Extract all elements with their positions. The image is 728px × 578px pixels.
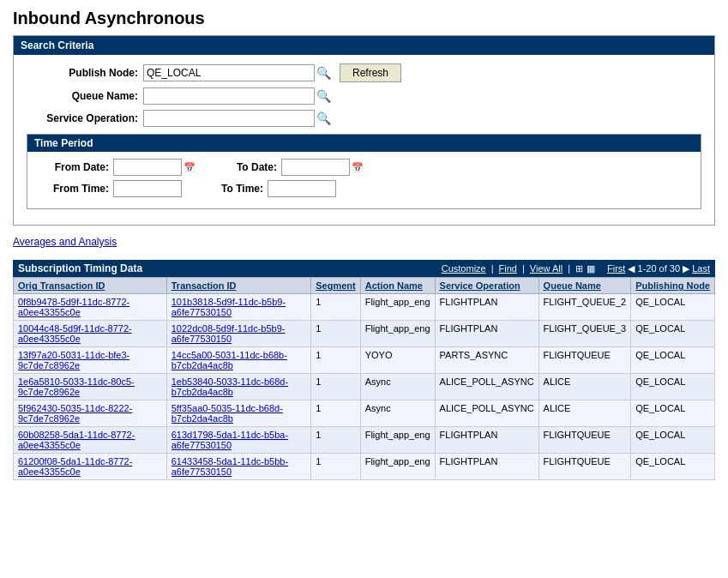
col-action-name: Action Name bbox=[360, 278, 435, 294]
subscription-data-table: Orig Transaction ID Transaction ID Segme… bbox=[13, 277, 715, 480]
queue-name-search-icon[interactable]: 🔍 bbox=[316, 89, 331, 103]
service-operation-input[interactable] bbox=[143, 110, 315, 127]
orig-tx-link[interactable]: 5f962430-5035-11dc-8222-9c7de7c8962e bbox=[18, 403, 132, 424]
cell-queue-name: FLIGHT_QUEUE_2 bbox=[538, 294, 631, 321]
publish-node-label: Publish Node: bbox=[27, 67, 138, 79]
to-date-input[interactable] bbox=[281, 159, 350, 176]
cell-tx-id: 14cc5a00-5031-11dc-b68b-b7cb2da4ac8b bbox=[166, 347, 310, 374]
service-operation-search-icon[interactable]: 🔍 bbox=[316, 111, 331, 125]
publish-node-row: Publish Node: 🔍 Refresh bbox=[27, 63, 701, 82]
cell-service-operation: ALICE_POLL_ASYNC bbox=[435, 400, 538, 427]
cell-orig-tx-id: 10044c48-5d9f-11dc-8772-a0ee43355c0e bbox=[14, 321, 167, 347]
cell-service-operation: ALICE_POLL_ASYNC bbox=[435, 374, 538, 400]
cell-tx-id: 613d1798-5da1-11dc-b5ba-a6fe77530150 bbox=[166, 427, 310, 454]
table-header-bar: Subscription Timing Data Customize | Fin… bbox=[13, 260, 715, 277]
last-link[interactable]: Last bbox=[692, 263, 710, 274]
orig-tx-link[interactable]: 1e6a5810-5033-11dc-80c5-9c7de7c8962e bbox=[18, 376, 135, 397]
col-publishing-node-link[interactable]: Publishing Node bbox=[635, 280, 710, 291]
queue-name-row: Queue Name: 🔍 bbox=[27, 87, 701, 105]
customize-link[interactable]: Customize bbox=[442, 263, 486, 274]
col-action-name-link[interactable]: Action Name bbox=[365, 280, 423, 291]
col-queue-name: Queue Name bbox=[538, 278, 631, 294]
cell-tx-id: 61433458-5da1-11dc-b5bb-a6fe77530150 bbox=[166, 454, 310, 480]
service-operation-row: Service Operation: 🔍 bbox=[27, 110, 701, 127]
view-all-link[interactable]: View All bbox=[530, 263, 563, 274]
table-row: 5f962430-5035-11dc-8222-9c7de7c8962e 5ff… bbox=[14, 400, 715, 427]
averages-and-analysis-link[interactable]: Averages and Analysis bbox=[13, 236, 117, 248]
cell-action-name: Flight_app_eng bbox=[360, 454, 435, 480]
cell-publishing-node: QE_LOCAL bbox=[631, 321, 715, 347]
orig-tx-link[interactable]: 61200f08-5da1-11dc-8772-a0ee43355c0e bbox=[18, 456, 132, 477]
find-link[interactable]: Find bbox=[499, 263, 517, 274]
tx-link[interactable]: 613d1798-5da1-11dc-b5ba-a6fe77530150 bbox=[171, 430, 288, 450]
cell-action-name: Flight_app_eng bbox=[360, 321, 435, 347]
col-transaction-id-link[interactable]: Transaction ID bbox=[171, 280, 237, 291]
cell-segment: 1 bbox=[311, 294, 360, 321]
tx-link[interactable]: 5ff35aa0-5035-11dc-b68d-b7cb2da4ac8b bbox=[171, 403, 283, 424]
cell-orig-tx-id: 1e6a5810-5033-11dc-80c5-9c7de7c8962e bbox=[14, 374, 167, 400]
cell-action-name: YOYO bbox=[360, 347, 435, 374]
cell-service-operation: FLIGHTPLAN bbox=[435, 321, 538, 347]
tx-link[interactable]: 14cc5a00-5031-11dc-b68b-b7cb2da4ac8b bbox=[171, 350, 287, 370]
queue-name-label: Queue Name: bbox=[27, 90, 138, 102]
page-title: Inbound Asynchronous bbox=[13, 9, 715, 28]
publish-node-search-icon[interactable]: 🔍 bbox=[316, 66, 331, 80]
cell-tx-id: 5ff35aa0-5035-11dc-b68d-b7cb2da4ac8b bbox=[166, 400, 310, 427]
col-service-operation: Service Operation bbox=[435, 278, 538, 294]
chart-icon: ▦ bbox=[587, 263, 595, 274]
search-criteria-box: Search Criteria Publish Node: 🔍 Refresh … bbox=[13, 35, 715, 226]
cell-segment: 1 bbox=[311, 454, 360, 480]
col-transaction-id: Transaction ID bbox=[166, 278, 310, 294]
from-date-calendar-icon[interactable]: 📅 bbox=[184, 162, 196, 173]
col-segment: Segment bbox=[311, 278, 360, 294]
col-service-operation-link[interactable]: Service Operation bbox=[440, 280, 520, 291]
table-row: 13f97a20-5031-11dc-bfe3-9c7de7c8962e 14c… bbox=[14, 347, 715, 374]
from-time-input[interactable] bbox=[113, 180, 182, 197]
cell-queue-name: ALICE bbox=[538, 400, 631, 427]
first-link[interactable]: First bbox=[607, 263, 625, 274]
time-row: From Time: To Time: bbox=[40, 180, 688, 197]
to-time-input[interactable] bbox=[268, 180, 336, 197]
cell-publishing-node: QE_LOCAL bbox=[631, 400, 715, 427]
col-segment-link[interactable]: Segment bbox=[316, 280, 355, 291]
publish-node-input[interactable] bbox=[143, 64, 315, 81]
search-criteria-header: Search Criteria bbox=[14, 36, 714, 55]
cell-publishing-node: QE_LOCAL bbox=[631, 454, 715, 480]
tx-link[interactable]: 101b3818-5d9f-11dc-b5b9-a6fe77530150 bbox=[171, 297, 286, 317]
cell-orig-tx-id: 13f97a20-5031-11dc-bfe3-9c7de7c8962e bbox=[14, 347, 167, 374]
cell-publishing-node: QE_LOCAL bbox=[631, 427, 715, 454]
refresh-button[interactable]: Refresh bbox=[340, 63, 401, 82]
cell-tx-id: 1022dc08-5d9f-11dc-b5b9-a6fe77530150 bbox=[166, 321, 310, 347]
col-queue-name-link[interactable]: Queue Name bbox=[544, 280, 601, 291]
orig-tx-link[interactable]: 13f97a20-5031-11dc-bfe3-9c7de7c8962e bbox=[18, 350, 129, 370]
time-period-header: Time Period bbox=[27, 135, 701, 152]
cell-action-name: Async bbox=[360, 374, 435, 400]
table-controls: Customize | Find | View All | ⊞ ▦ First … bbox=[442, 263, 710, 274]
tx-link[interactable]: 1eb53840-5033-11dc-b68d-b7cb2da4ac8b bbox=[171, 376, 288, 397]
tx-link[interactable]: 61433458-5da1-11dc-b5bb-a6fe77530150 bbox=[171, 456, 288, 477]
cell-action-name: Async bbox=[360, 400, 435, 427]
orig-tx-link[interactable]: 60b08258-5da1-11dc-8772-a0ee43355c0e bbox=[18, 430, 135, 450]
from-date-input[interactable] bbox=[113, 159, 182, 176]
queue-name-input[interactable] bbox=[143, 87, 315, 105]
cell-segment: 1 bbox=[311, 347, 360, 374]
col-orig-transaction-id: Orig Transaction ID bbox=[14, 278, 167, 294]
tx-link[interactable]: 1022dc08-5d9f-11dc-b5b9-a6fe77530150 bbox=[171, 323, 286, 344]
service-operation-input-wrap: 🔍 bbox=[143, 110, 331, 127]
cell-service-operation: FLIGHTPLAN bbox=[435, 454, 538, 480]
orig-tx-link[interactable]: 10044c48-5d9f-11dc-8772-a0ee43355c0e bbox=[18, 323, 132, 344]
col-orig-transaction-id-link[interactable]: Orig Transaction ID bbox=[18, 280, 105, 291]
page-container: Inbound Asynchronous Search Criteria Pub… bbox=[0, 0, 728, 489]
separator-2: | bbox=[522, 263, 525, 274]
service-operation-label: Service Operation: bbox=[27, 112, 138, 124]
table-row: 10044c48-5d9f-11dc-8772-a0ee43355c0e 102… bbox=[14, 321, 715, 347]
to-date-calendar-icon[interactable]: 📅 bbox=[352, 162, 364, 173]
cell-tx-id: 1eb53840-5033-11dc-b68d-b7cb2da4ac8b bbox=[166, 374, 310, 400]
grid-icon: ⊞ bbox=[575, 263, 583, 274]
orig-tx-link[interactable]: 0f8b9478-5d9f-11dc-8772-a0ee43355c0e bbox=[18, 297, 129, 317]
pagination-info: First ◀ 1-20 of 30 ▶ Last bbox=[607, 263, 710, 274]
cell-segment: 1 bbox=[311, 374, 360, 400]
subscription-table-section: Subscription Timing Data Customize | Fin… bbox=[13, 260, 715, 480]
cell-orig-tx-id: 5f962430-5035-11dc-8222-9c7de7c8962e bbox=[14, 400, 167, 427]
time-period-body: From Date: 📅 To Date: 📅 From Time: To Ti… bbox=[27, 152, 701, 208]
